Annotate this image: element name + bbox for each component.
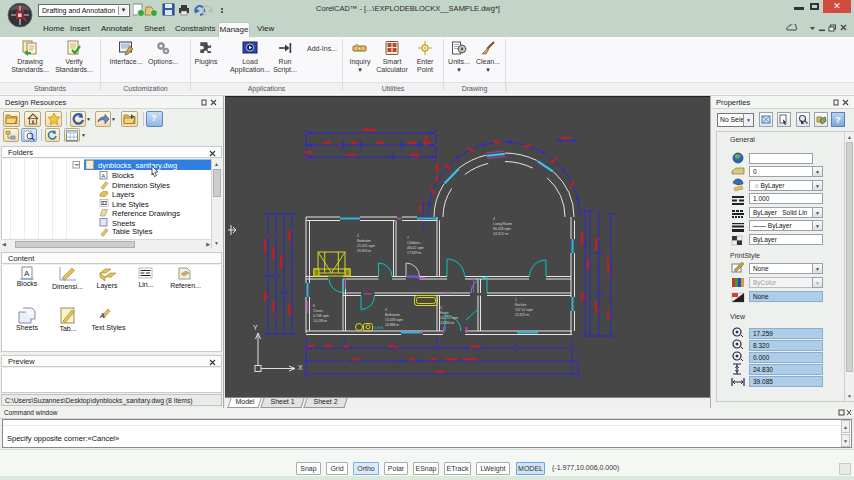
svg-text:80.428 sqm: 80.428 sqm	[493, 227, 511, 231]
svg-text:A: A	[99, 312, 105, 319]
svg-text:A: A	[101, 173, 105, 179]
svg-text:Y: Y	[253, 324, 258, 331]
svg-text:17.639 m: 17.639 m	[407, 251, 421, 255]
svg-text:Foyer: Foyer	[440, 311, 450, 315]
svg-text:dynblocks_sanitary.dwg: dynblocks_sanitary.dwg	[98, 161, 177, 170]
svg-text:Children...: Children...	[407, 241, 423, 245]
svg-text:Closet: Closet	[313, 309, 323, 313]
svg-text:7: 7	[407, 236, 409, 240]
svg-text:4.708 sqm: 4.708 sqm	[313, 314, 329, 318]
svg-text:46x12 sqm: 46x12 sqm	[407, 246, 424, 250]
svg-text:Bathroom: Bathroom	[385, 313, 400, 317]
svg-text:5: 5	[440, 306, 442, 310]
svg-text:10.438 sqm: 10.438 sqm	[385, 318, 403, 322]
svg-text:24.888 m: 24.888 m	[385, 323, 399, 327]
svg-text:29.094 m: 29.094 m	[357, 249, 371, 253]
svg-text:23.690 m: 23.690 m	[440, 321, 454, 325]
svg-text:Living Room: Living Room	[493, 222, 512, 226]
svg-text:D-Sink: D-Sink	[374, 326, 384, 330]
svg-text:157.12 sqm: 157.12 sqm	[515, 308, 533, 312]
svg-text:Kitchen: Kitchen	[515, 303, 526, 307]
svg-text:A: A	[24, 269, 30, 278]
svg-text:25.220 sqm: 25.220 sqm	[357, 244, 375, 248]
svg-text:26.710 sqm: 26.710 sqm	[440, 316, 458, 320]
svg-text:3: 3	[385, 308, 387, 312]
svg-text:10.248 m: 10.248 m	[313, 319, 327, 323]
svg-text:2: 2	[357, 234, 359, 238]
svg-text:X: X	[298, 364, 303, 371]
svg-text:Bedroom: Bedroom	[357, 239, 371, 243]
svg-text:25.625 m: 25.625 m	[515, 313, 529, 317]
svg-text:24.3CD m: 24.3CD m	[493, 232, 508, 236]
svg-text:4: 4	[493, 217, 495, 221]
svg-text:1: 1	[515, 298, 517, 302]
svg-text:6: 6	[313, 304, 315, 308]
